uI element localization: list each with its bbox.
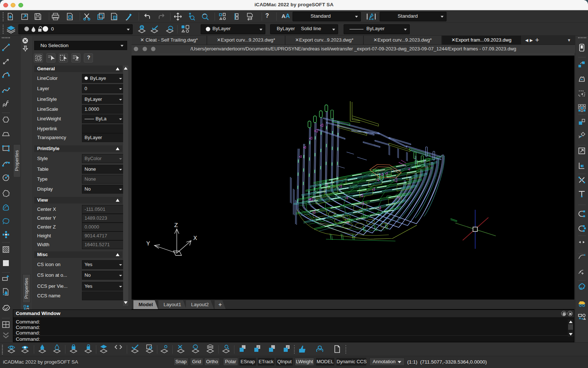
svg-text:X: X (193, 235, 197, 242)
svg-text:Z: Z (174, 222, 178, 229)
svg-text:Y: Y (146, 240, 150, 247)
